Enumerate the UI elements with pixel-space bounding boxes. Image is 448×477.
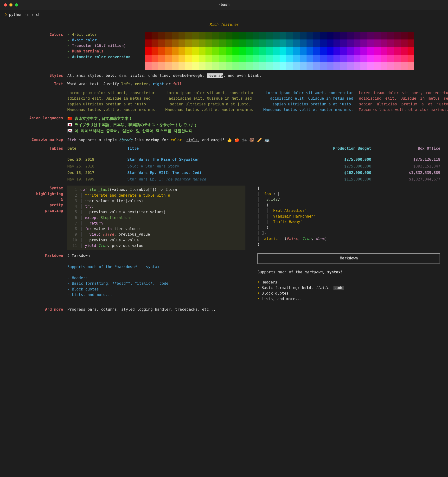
section-text: Text Word wrap text. Justify left, cente… (5, 81, 443, 113)
section-styles: Styles All ansi styles: bold, dim, itali… (5, 73, 443, 78)
flag-jp-icon: 🇯🇵 (67, 122, 72, 127)
item-autoconv: Automatic color conversion (72, 55, 130, 59)
lorem-columns: Lorem ipsum dolor sit amet, consectetur … (67, 90, 448, 113)
section-colors: Colors ✓4-bit color ✓8-bit color ✓Trueco… (5, 32, 443, 70)
prompt-line: ❯python -m rich (5, 12, 443, 18)
label-syntax: Syntax highlighting & pretty printing (5, 186, 67, 213)
text-justify-line: Word wrap text. Justify left, center, ri… (67, 81, 448, 87)
markup-content: Rich supports a simple bbcode like marku… (67, 137, 443, 143)
minimize-icon[interactable] (9, 3, 13, 6)
item-truecolor: Truecolor (16.7 million) (72, 44, 126, 48)
label-markup: Console markup (5, 137, 67, 142)
markdown-title-box: Markdown (257, 253, 440, 264)
movies-table: Date Title Production Budget Box Office … (67, 146, 443, 183)
section-markdown: Markdown # Markdown Supports much of the… (5, 253, 443, 302)
section-asian: Asian languages 🇨🇳 该库支持中文，日文和韩文文本！ 🇯🇵 ライ… (5, 116, 443, 134)
markdown-raw: # Markdown Supports much of the *markdow… (67, 253, 245, 298)
prompt-command: python -m rich (9, 13, 40, 17)
close-icon[interactable] (4, 3, 7, 6)
label-more: And more (5, 307, 67, 312)
label-markdown: Markdown (5, 253, 67, 258)
col-title: Title (128, 146, 292, 152)
label-text: Text (5, 81, 67, 87)
item-8bit: 8-bit color (72, 38, 97, 42)
color-spectrum (145, 32, 414, 70)
terminal-body: ❯python -m rich Rich features Colors ✓4-… (0, 10, 448, 325)
pretty-print: {│ 'foo': [│ │ 3.1427,│ │ (│ │ │ 'Paul A… (257, 186, 327, 247)
flag-kr-icon: 🇰🇷 (67, 128, 72, 133)
window-controls (4, 3, 18, 6)
section-syntax: Syntax highlighting & pretty printing 1d… (5, 186, 443, 250)
markdown-rendered: Markdown Supports much of the markdown, … (257, 253, 440, 302)
section-markup: Console markup Rich supports a simple bb… (5, 137, 443, 143)
page-title: Rich features (5, 22, 443, 27)
table-row: Dec 20, 2019Star Wars: The Rise of Skywa… (67, 156, 443, 163)
item-4bit: 4-bit color (72, 32, 97, 37)
item-dumb: Dumb terminals (72, 49, 103, 53)
col-box: Box Office (374, 146, 443, 152)
label-colors: Colors (5, 32, 67, 38)
styles-content: All ansi styles: bold, dim, italic, unde… (67, 73, 443, 78)
lorem-full: Lorem ipsum dolor sit amet, consectetur … (359, 90, 448, 113)
more-text: Progress bars, columns, styled logging h… (67, 307, 443, 312)
label-styles: Styles (5, 73, 67, 78)
titlebar: -bash (0, 0, 448, 10)
emoji-row: 👍 🍎 🐜 🐻 🥖 🚌 (227, 137, 269, 142)
section-tables: Tables Date Title Production Budget Box … (5, 146, 443, 183)
terminal-window: -bash ❯python -m rich Rich features Colo… (0, 0, 448, 325)
table-row: Dec 15, 2017Star Wars Ep. VIII: The Last… (67, 170, 443, 176)
flag-cn-icon: 🇨🇳 (67, 116, 72, 121)
lorem-center: Lorem ipsum dolor sit amet, consectetur … (165, 90, 256, 113)
section-more: And more Progress bars, columns, styled … (5, 307, 443, 312)
color-list: ✓4-bit color ✓8-bit color ✓Truecolor (16… (67, 32, 130, 60)
col-budget: Production Budget (291, 146, 374, 152)
label-asian: Asian languages (5, 116, 67, 121)
prompt-symbol: ❯ (5, 13, 7, 17)
zoom-icon[interactable] (15, 3, 18, 6)
label-tables: Tables (5, 146, 67, 151)
lorem-right: Lorem ipsum dolor sit amet, consectetur … (262, 90, 353, 113)
table-row: May 19, 1999Star Wars Ep. I: The phantom… (67, 176, 443, 183)
syntax-code: 1def iter_last(values: Iterable[T]) -> I… (67, 186, 245, 250)
markdown-list: •Headers •Basic formatting: bold, italic… (257, 280, 440, 302)
table-row: May 25, 2018Solo: A Star Wars Story$275,… (67, 163, 443, 170)
col-date: Date (67, 146, 128, 152)
window-title: -bash (218, 2, 230, 7)
lorem-left: Lorem ipsum dolor sit amet, consectetur … (67, 90, 159, 113)
